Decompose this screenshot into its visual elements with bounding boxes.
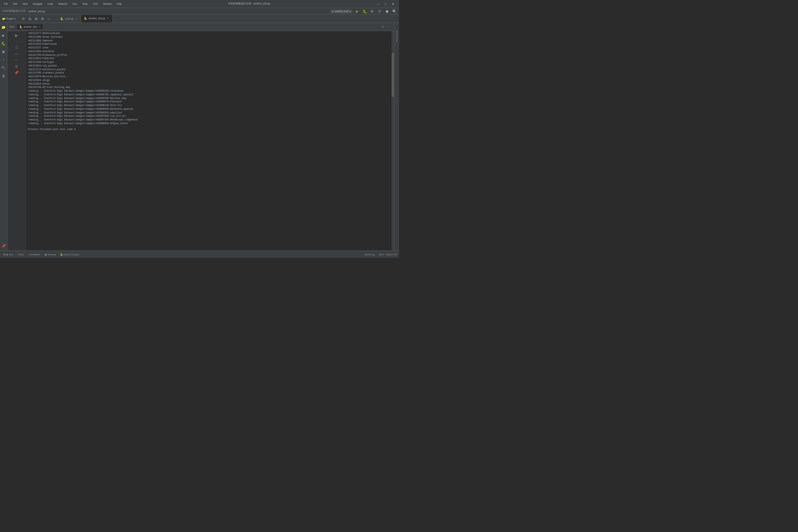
menu-navigate[interactable]: Navigate bbox=[32, 2, 44, 6]
tab-main-py[interactable]: 🐍 main.py ✕ bbox=[57, 15, 81, 23]
menu-help[interactable]: Help bbox=[116, 2, 123, 6]
run-tab-label: another_test bbox=[24, 25, 37, 28]
settings-icon[interactable]: ⚙ bbox=[40, 16, 45, 21]
output-line: n02113624-toy_poodle bbox=[28, 64, 389, 68]
close-panel-icon[interactable]: ─ bbox=[46, 16, 51, 21]
menu-vcs[interactable]: VCS bbox=[92, 2, 99, 6]
tab-another-close[interactable]: ✕ bbox=[107, 17, 109, 20]
python-version: Python 3.8 bbox=[386, 253, 397, 256]
menu-edit[interactable]: Edit bbox=[12, 2, 18, 6]
event-log-btn[interactable]: Event Log bbox=[363, 253, 376, 256]
output-line: reading... Stanford Dogs Dataset/images/… bbox=[28, 100, 389, 104]
run-config-name: another_test bbox=[335, 10, 348, 13]
gutter-run-btn[interactable]: ▶ bbox=[14, 33, 19, 38]
run-bottom-label: ▶ Run bbox=[7, 253, 13, 256]
breadcrumb-sep: › bbox=[27, 10, 27, 13]
gutter-wrap-btn[interactable]: ↩ bbox=[14, 58, 19, 63]
problems-btn[interactable]: ⚠ Problems bbox=[27, 253, 42, 256]
menu-bar: File Edit View Navigate Code Refactor Ru… bbox=[3, 2, 123, 6]
sidebar-project-icon[interactable]: 📁 bbox=[1, 24, 7, 30]
run-label-text: Run: bbox=[10, 25, 15, 28]
menu-window[interactable]: Window bbox=[102, 2, 113, 6]
window-controls: ─ □ ✕ bbox=[375, 1, 396, 7]
tab-main-close[interactable]: ✕ bbox=[75, 17, 78, 20]
output-line: n02113023-Pembroke bbox=[28, 57, 389, 61]
project-panel-label[interactable]: 📁 Project ▾ bbox=[2, 17, 16, 20]
tab-main-label: main.py bbox=[65, 17, 74, 20]
menu-refactor[interactable]: Refactor bbox=[57, 2, 69, 6]
title-bar-left: File Edit View Navigate Code Refactor Ru… bbox=[3, 2, 123, 6]
project-dropdown-arrow: ▾ bbox=[15, 17, 16, 20]
maximize-button[interactable]: □ bbox=[383, 1, 389, 7]
python-console-label: 🐍 Python Console bbox=[60, 253, 79, 256]
gutter-format-btn[interactable]: ⇔ bbox=[14, 51, 19, 57]
search-button[interactable]: 🔍 bbox=[392, 9, 397, 14]
project-text: Project bbox=[6, 17, 14, 20]
sidebar-run-icon[interactable]: ▶ bbox=[1, 33, 7, 38]
todo-btn[interactable]: TODO bbox=[16, 253, 25, 256]
sidebar-build-icon[interactable]: 🔨 bbox=[1, 65, 7, 71]
gutter-pin-btn[interactable]: 📌 bbox=[14, 70, 19, 75]
sidebar-trash-icon[interactable]: 🗑 bbox=[1, 73, 7, 79]
run-button[interactable]: ▶ bbox=[355, 9, 360, 14]
coverage-button[interactable]: ⚙ bbox=[369, 9, 375, 14]
output-line: n02111277-NewfoundLand bbox=[28, 32, 389, 35]
output-line: n02112137-chow bbox=[28, 46, 389, 50]
run-tab-another-test[interactable]: 🐍 another_test ✕ bbox=[17, 24, 43, 29]
minimize-button[interactable]: ─ bbox=[375, 1, 381, 7]
collapse-all-icon[interactable]: ⊟ bbox=[27, 16, 33, 21]
menu-file[interactable]: File bbox=[3, 2, 9, 6]
output-area: ▶ ↓ ☰ ⇔ ↩ 🗑 📌 n02111277-NewfoundLandn021… bbox=[7, 31, 394, 250]
gutter-output-btn[interactable]: ☰ bbox=[14, 45, 19, 50]
tab-another-test-py[interactable]: 🐍 another_test.py ✕ bbox=[81, 15, 113, 23]
sidebar-terminal-icon[interactable]: ▣ bbox=[1, 49, 7, 55]
sidebar-debug-icon[interactable]: 🐛 bbox=[1, 41, 7, 47]
output-line: n02115641-dingo bbox=[28, 79, 389, 82]
run-close-btn[interactable]: ─ bbox=[386, 24, 392, 30]
structure-label[interactable]: Structure bbox=[396, 30, 398, 42]
left-sidebar: 📁 ▶ 🐛 ▣ ⑂ 🔨 🗑 📌 bbox=[0, 23, 7, 250]
output-line: n02113799-standard_poodle bbox=[28, 71, 389, 75]
window-title: CNN对狗脸进行分类 - another_test.py bbox=[123, 2, 375, 6]
stop-button[interactable]: ⏹ bbox=[384, 9, 389, 14]
scrollbar-thumb bbox=[392, 53, 394, 97]
gutter-scroll-down-btn[interactable]: ↓ bbox=[14, 39, 19, 44]
run-bottom-btn[interactable]: ▶ ▶ Run bbox=[2, 252, 15, 256]
output-line: n02115913-dhole bbox=[28, 82, 389, 86]
menu-run[interactable]: Run bbox=[71, 2, 78, 6]
expand-all-icon[interactable]: ⊞ bbox=[34, 16, 39, 21]
breadcrumb-file[interactable]: another_test.py bbox=[28, 10, 45, 13]
profile-button[interactable]: ⏱ bbox=[377, 9, 382, 14]
run-config-icon: ▶ bbox=[332, 10, 334, 13]
run-config-selector[interactable]: ▶ another_test ▾ bbox=[330, 10, 352, 13]
output-content[interactable]: n02111277-NewfoundLandn02111500-Great_Py… bbox=[26, 31, 392, 250]
sidebar-git-icon[interactable]: ⑂ bbox=[1, 57, 7, 63]
sync-icon[interactable]: ⟳ bbox=[21, 16, 26, 21]
gutter-trash-btn[interactable]: 🗑 bbox=[14, 64, 19, 69]
output-line: reading... Stanford Dogs Dataset/images/… bbox=[28, 93, 389, 97]
python-console-btn[interactable]: 🐍 Python Console bbox=[59, 253, 81, 256]
run-bottom-icon: ▶ bbox=[4, 253, 6, 256]
sidebar-pin-icon[interactable]: 📌 bbox=[1, 243, 7, 249]
terminal-label: ▣ Terminal bbox=[45, 253, 56, 256]
run-header: Run: 🐍 another_test ✕ ⚙ ─ bbox=[7, 23, 394, 31]
output-line: reading... Stanford Dogs Dataset/images/… bbox=[28, 118, 389, 122]
run-settings-btn[interactable]: ⚙ bbox=[380, 24, 385, 30]
terminal-btn[interactable]: ▣ Terminal bbox=[43, 253, 57, 256]
debug-button[interactable]: 🐛 bbox=[362, 9, 367, 14]
breadcrumb-project[interactable]: CNN对狗脸进行分类 bbox=[2, 10, 25, 13]
menu-code[interactable]: Code bbox=[46, 2, 54, 6]
output-line: reading... Stanford Dogs Dataset/images/… bbox=[28, 115, 389, 118]
title-bar: File Edit View Navigate Code Refactor Ru… bbox=[0, 0, 399, 8]
right-scrollbar[interactable] bbox=[392, 31, 394, 250]
problems-label: ⚠ Problems bbox=[28, 253, 40, 256]
event-log-label: Event Log bbox=[365, 253, 375, 256]
close-button[interactable]: ✕ bbox=[390, 1, 396, 7]
output-line: reading... Stanford Dogs Dataset/images/… bbox=[28, 108, 389, 111]
run-tab-close-btn[interactable]: ✕ bbox=[38, 25, 41, 28]
bottom-right: Event Log 136:1 Python 3.8 bbox=[363, 253, 397, 256]
menu-tools[interactable]: Tools bbox=[81, 2, 89, 6]
toolbar-left: 📁 Project ▾ ⟳ ⊟ ⊞ ⚙ ─ bbox=[0, 16, 54, 21]
output-line: reading... Stanford Dogs Dataset/images/… bbox=[28, 97, 389, 100]
menu-view[interactable]: View bbox=[21, 2, 29, 6]
